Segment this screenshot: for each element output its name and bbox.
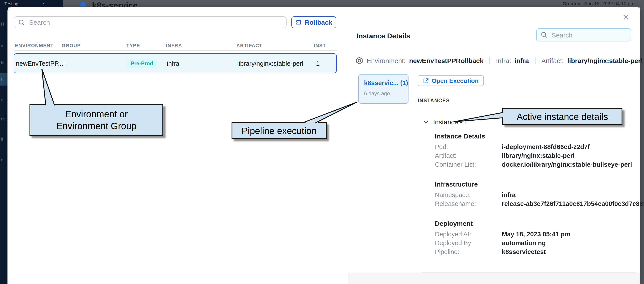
environment-label: Environment:: [367, 57, 406, 64]
section-heading: Instance Details: [435, 132, 634, 140]
sidebar-item-fragment[interactable]: nv: [1, 116, 6, 121]
sidebar-item-fragment[interactable]: H: [1, 22, 4, 27]
deployment-section: Deployment Deployed At:May 18, 2023 05:4…: [435, 220, 634, 255]
chevron-down-icon: [423, 120, 429, 124]
column-infra: INFRA: [166, 43, 182, 48]
breadcrumb-bar: Testing ›: [0, 0, 63, 8]
search-input[interactable]: [551, 31, 640, 39]
search-icon: [541, 32, 547, 38]
section-heading: Infrastructure: [435, 180, 634, 188]
chevron-right-icon: ›: [43, 1, 44, 6]
search-input[interactable]: [28, 18, 282, 27]
field-row: Namespace:infra: [435, 192, 634, 198]
field-label: Pipeline:: [435, 249, 502, 255]
open-execution-button[interactable]: Open Execution: [418, 75, 484, 86]
callout-pipeline-execution: Pipeline execution: [232, 122, 326, 139]
rollback-label: Rollback: [304, 19, 332, 26]
field-label: Releasename:: [435, 201, 502, 207]
background-right-edge: [640, 0, 644, 284]
environment-search: [14, 16, 286, 28]
created-timestamp: CreatedAug 18, 2022 04:10 pm: [562, 1, 634, 6]
field-value: library/nginx:stable-perl: [502, 153, 574, 159]
field-row: Releasename:release-ab3e7f26f711a0c617b5…: [435, 201, 634, 207]
instance-accordion-toggle[interactable]: Instance - 1: [423, 118, 468, 126]
environment-icon: [356, 57, 363, 64]
column-type: TYPE: [126, 43, 140, 48]
created-value: Aug 18, 2022 04:10 pm: [584, 1, 634, 6]
column-group: GROUP: [62, 43, 81, 48]
row-inst-count: 1: [316, 60, 320, 67]
artifact-value: library/nginx:stable-perl: [567, 57, 642, 64]
artifact-label: Artifact:: [542, 57, 564, 64]
column-inst: INST: [314, 43, 326, 48]
field-value: release-ab3e7f26f711a0c617b54ea00f0c3d7c…: [502, 201, 644, 207]
details-header-divider: [356, 47, 631, 47]
execution-age: 6 days ago: [364, 90, 408, 97]
panel-divider: [348, 7, 348, 284]
sidebar-item-fragment[interactable]: p: [1, 76, 3, 81]
field-value: infra: [502, 192, 516, 198]
infrastructure-section: Infrastructure Namespace:infra Releasena…: [435, 180, 634, 207]
field-value: May 18, 2023 05:41 pm: [502, 231, 570, 237]
created-label: Created: [562, 1, 580, 6]
field-value: i-deployment-88fd66cd-z2d7f: [502, 144, 590, 150]
sidebar-item-fragment[interactable]: e: [1, 97, 3, 102]
page-header-bar: [63, 0, 644, 8]
sidebar-item-fragment[interactable]: it: [1, 137, 3, 141]
field-value: k8sservicetest: [502, 249, 546, 255]
environment-value: newEnvTestPPRollback: [409, 57, 484, 64]
preprod-badge: Pre-Prod: [127, 59, 157, 68]
row-artifact: library/nginx:stable-perl: [237, 60, 303, 67]
instance-details-section: Instance Details Pod:i-deployment-88fd66…: [435, 132, 634, 168]
nav-sidebar: H v E p e nv it o: [0, 8, 8, 284]
field-row: Pipeline:k8sservicetest: [435, 249, 634, 255]
execution-name: k8sservic... (1): [364, 79, 408, 86]
instances-heading: INSTANCES: [418, 98, 450, 103]
separator: |: [489, 56, 491, 65]
instance-bottom-divider: [422, 272, 636, 272]
separator: |: [534, 56, 536, 65]
instance-search: [536, 28, 631, 42]
field-label: Deployed At:: [435, 231, 502, 237]
field-row: Container List:docker.io/library/nginx:s…: [435, 161, 634, 168]
field-label: Pod:: [435, 144, 502, 150]
field-label: Container List:: [435, 161, 502, 168]
environment-row[interactable]: newEnvTestPP... – Pre-Prod infra library…: [14, 53, 337, 73]
callout-environment: Environment or Environment Group: [30, 104, 163, 136]
field-row: Artifact:library/nginx:stable-perl: [435, 153, 634, 159]
field-label: Namespace:: [435, 192, 502, 198]
instance-details-content: Instance Details Pod:i-deployment-88fd66…: [435, 132, 634, 268]
column-artifact: ARTIFACT: [236, 43, 262, 48]
sidebar-item-fragment[interactable]: E: [1, 60, 4, 65]
field-label: Artifact:: [435, 153, 502, 159]
field-value: automation ng: [502, 240, 546, 246]
execution-divider: [418, 92, 631, 92]
field-row: Deployed At:May 18, 2023 05:41 pm: [435, 231, 634, 237]
row-environment: newEnvTestPP...: [16, 60, 64, 67]
column-environment: ENVIRONMENT: [15, 43, 54, 48]
close-icon[interactable]: ✕: [622, 12, 630, 23]
field-row: Deployed By:automation ng: [435, 240, 634, 246]
field-value: docker.io/library/nginx:stable-bullseye-…: [502, 161, 632, 168]
sidebar-item-fragment[interactable]: v: [1, 43, 3, 48]
details-title: Instance Details: [356, 32, 410, 40]
rollback-button[interactable]: Rollback: [292, 16, 336, 28]
details-footer-strip: [348, 272, 640, 284]
external-link-icon: [423, 78, 428, 84]
pipeline-execution-card[interactable]: k8sservic... (1) 6 days ago: [358, 74, 408, 104]
open-execution-label: Open Execution: [432, 77, 478, 84]
row-infra: infra: [167, 60, 179, 67]
row-group: –: [62, 60, 66, 67]
instance-title: Instance - 1: [433, 118, 468, 126]
section-heading: Deployment: [435, 220, 634, 227]
rollback-icon: [295, 19, 302, 25]
table-header-divider: [14, 50, 337, 51]
breadcrumb[interactable]: Testing: [4, 1, 18, 6]
infra-label: Infra:: [496, 57, 511, 64]
infra-value: infra: [514, 57, 529, 64]
field-label: Deployed By:: [435, 240, 502, 246]
deployment-summary: Environment: newEnvTestPPRollback | Infr…: [356, 56, 642, 65]
sidebar-item-fragment[interactable]: o: [1, 158, 3, 162]
search-icon: [18, 19, 25, 25]
screen: Testing › k8s-service CreatedAug 18, 202…: [0, 0, 644, 284]
